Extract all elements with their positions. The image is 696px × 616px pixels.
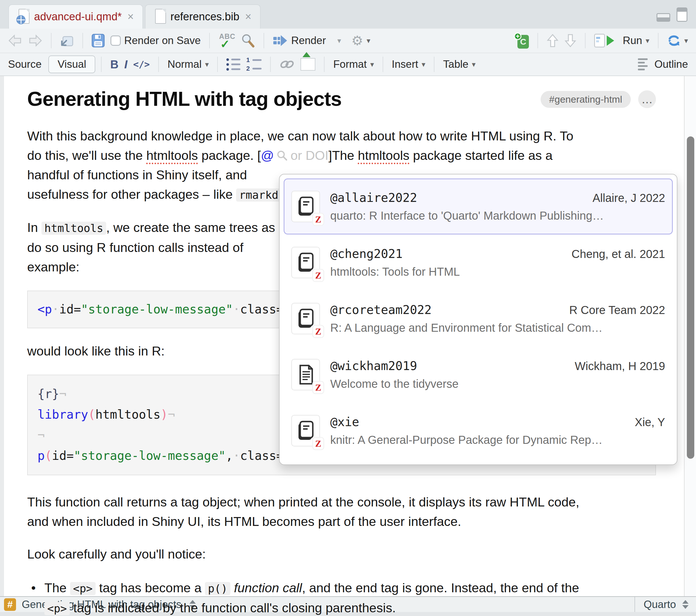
citation-search-icon (277, 150, 288, 161)
article-icon (296, 364, 315, 386)
paragraph-line: do this, we'll use the htmltools package… (27, 146, 656, 165)
toolbar-separator (270, 56, 271, 72)
render-on-save-toggle[interactable]: Render on Save (108, 33, 204, 48)
back-button[interactable] (5, 33, 25, 49)
bullet-list-button[interactable] (223, 56, 243, 72)
citation-item-wickham2019[interactable]: Z @wickham2019Wickham, H 2019 Welcome to… (284, 346, 673, 403)
paragraph-style-caret: ▾ (205, 61, 209, 68)
format-menu[interactable]: Format▾ (330, 56, 377, 72)
citation-author: Allaire, J 2022 (593, 192, 665, 205)
reference-icon-box: Z (291, 415, 320, 447)
render-on-save-checkbox[interactable] (110, 35, 121, 46)
quarto-file-icon (16, 9, 30, 25)
render-button[interactable]: Render (270, 33, 329, 48)
toolbar-separator (217, 56, 218, 72)
toolbar-separator (585, 33, 586, 48)
italic-icon: I (124, 58, 127, 71)
paragraph-line: The <p> tag has become a p() function ca… (44, 578, 579, 598)
toolbar-separator (158, 56, 159, 72)
image-icon (300, 58, 315, 71)
paragraph-line: <p> tag is indicated by the function cal… (44, 598, 579, 616)
tab-label: advanced-ui.qmd* (34, 11, 122, 23)
citation-completion-popup: Z @allaire2022Allaire, J 2022 quarto: R … (279, 174, 677, 465)
toolbar-separator (209, 33, 210, 48)
paragraph-line: This function call returns a tag object;… (27, 492, 656, 512)
paragraph: Look carefully and you'll notice: (27, 545, 656, 564)
citation-key: @allaire2022 (330, 191, 417, 205)
visual-editor-toolbar: Source Visual B I </> Normal ▾ 1 2 (0, 53, 696, 76)
citation-key: @xie (330, 415, 359, 429)
visual-editor-canvas[interactable]: Generating HTML with tag objects #genera… (0, 76, 696, 596)
citation-placeholder[interactable]: or DOI (290, 148, 329, 163)
save-button[interactable] (89, 32, 108, 49)
citation-key: @cheng2021 (330, 247, 403, 261)
outline-toggle-button[interactable]: Outline (635, 56, 691, 72)
citation-item-cheng2021[interactable]: Z @cheng2021Cheng, et al. 2021 htmltools… (284, 234, 673, 291)
go-to-previous-section-button[interactable] (544, 32, 561, 49)
render-icon (273, 35, 288, 47)
render-label: Render (291, 35, 326, 47)
table-menu[interactable]: Table▾ (440, 56, 478, 72)
misspelled-word: htmltools (146, 148, 198, 164)
code-format-button[interactable]: </> (130, 57, 153, 71)
rerun-button[interactable]: ▾ (664, 32, 691, 49)
inline-code: p() (205, 582, 231, 595)
reference-icon-box: Z (291, 191, 320, 222)
zotero-badge: Z (313, 326, 323, 337)
tab-label: references.bib (171, 11, 239, 23)
rerun-options-caret: ▾ (684, 37, 688, 44)
citation-title: knitr: A General-Purpose Package for Dyn… (330, 434, 665, 447)
close-icon[interactable]: × (244, 11, 252, 23)
bold-button[interactable]: B (107, 56, 121, 72)
insert-chunk-icon: C + (514, 33, 529, 49)
page-title: Generating HTML with tag objects (27, 87, 342, 110)
find-replace-button[interactable] (238, 31, 258, 50)
section-more-button[interactable]: … (638, 91, 656, 108)
source-mode-button[interactable]: Source (5, 56, 44, 72)
insert-link-button[interactable] (276, 57, 298, 72)
insert-image-button[interactable] (298, 56, 318, 72)
visual-mode-button[interactable]: Visual (48, 55, 95, 73)
citation-title: R: A Language and Environment for Statis… (330, 321, 665, 334)
paragraph-style-select[interactable]: Normal ▾ (164, 56, 211, 72)
tab-references-bib[interactable]: references.bib × (145, 4, 260, 29)
toolbar-separator (383, 56, 383, 72)
search-icon (241, 33, 255, 48)
citation-item-allaire2022[interactable]: Z @allaire2022Allaire, J 2022 quarto: R … (284, 178, 673, 234)
render-options-caret[interactable]: ▾ (337, 37, 341, 44)
insert-menu[interactable]: Insert▾ (389, 56, 428, 72)
down-arrow-icon (564, 33, 576, 48)
minimize-pane-icon[interactable] (657, 13, 670, 22)
gear-icon: ⚙ (351, 34, 363, 47)
emphasized-text: function call (234, 581, 302, 595)
tab-advanced-ui-qmd[interactable]: advanced-ui.qmd* × (9, 4, 143, 29)
rstudio-source-pane: advanced-ui.qmd* × references.bib × (0, 0, 696, 616)
back-arrow-icon (8, 34, 22, 47)
reference-icon-box: Z (291, 359, 320, 390)
forward-button[interactable] (25, 33, 45, 49)
tab-bar: advanced-ui.qmd* × references.bib × (0, 0, 696, 29)
spellcheck-button[interactable]: ABC ✓ (216, 31, 238, 51)
numbered-list-button[interactable]: 1 2 (243, 55, 265, 74)
go-to-next-section-button[interactable] (561, 32, 579, 49)
citation-at-sign: @ (261, 148, 274, 163)
misspelled-word: htmltools (358, 148, 409, 164)
rerun-icon (667, 34, 681, 47)
zotero-badge: Z (313, 214, 323, 225)
scrollbar-thumb[interactable] (687, 136, 694, 459)
close-icon[interactable]: × (126, 11, 135, 23)
open-in-new-window-button[interactable] (57, 33, 77, 49)
run-button[interactable]: Run ▾ (591, 32, 652, 49)
vertical-scrollbar[interactable] (684, 76, 696, 596)
citation-item-xie[interactable]: Z @xieXie, Y knitr: A General-Purpose Pa… (284, 403, 673, 459)
citation-item-rcoreteam2022[interactable]: Z @rcoreteam2022R Core Team 2022 R: A La… (284, 291, 673, 346)
italic-button[interactable]: I (121, 56, 130, 72)
run-label: Run (623, 35, 642, 47)
paragraph: This function call returns a tag object;… (27, 492, 656, 531)
maximize-pane-icon[interactable] (677, 7, 687, 22)
settings-button[interactable]: ⚙ ▾ (349, 32, 373, 49)
toolbar-separator (51, 33, 51, 48)
file-icon (153, 9, 166, 25)
insert-chunk-button[interactable]: C + (511, 31, 532, 50)
toolbar-separator (434, 56, 434, 72)
